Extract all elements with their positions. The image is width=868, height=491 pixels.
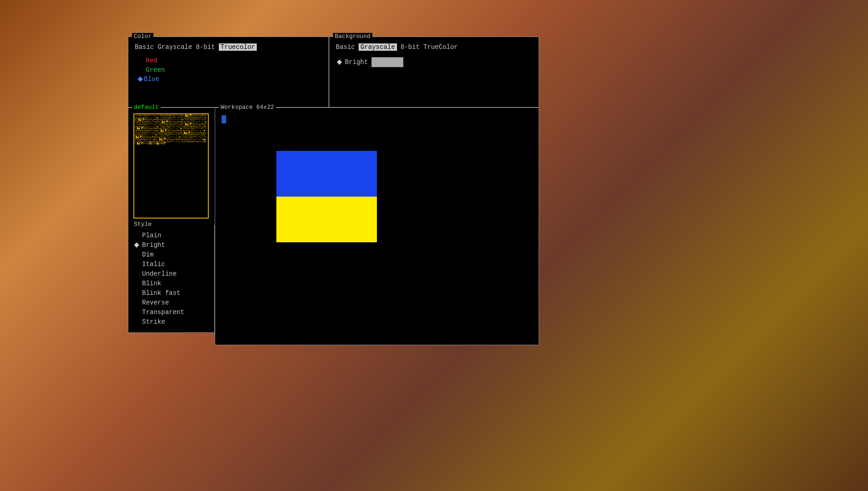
style-bright-label: Bright (142, 241, 165, 249)
style-blinkfast-label: Blink fast (142, 289, 180, 297)
style-plain-label: Plain (142, 232, 161, 239)
style-italic-label: Italic (142, 261, 165, 268)
style-dim-label: Dim (142, 251, 153, 258)
workspace-panel: Workspace 64x22 (215, 107, 539, 345)
bg-tab-basic[interactable]: Basic (336, 43, 355, 51)
bright-label: Bright (345, 59, 368, 66)
style-blink-fast[interactable]: Blink fast (135, 289, 208, 297)
color-tab-8bit[interactable]: 8-bit (196, 43, 215, 51)
blue-selected-diamond (138, 77, 143, 82)
color-red[interactable]: Red (138, 57, 322, 64)
color-tab-grayscale[interactable]: Grayscale (158, 43, 192, 51)
default-panel: default ─|┤╡╢╖╕╣║╗╝╜╛┐└┴┬├─┼╞╟╚╔╩╦╠═╬╧╨╤… (128, 107, 215, 225)
pixel-art-chars: ─|┤╡╢╖╕╣║╗╝╜╛┐└┴┬├─┼╞╟╚╔╩╦╠═╬╧╨╤╥╙╘╒╓╫╪┘… (134, 114, 208, 218)
color-blue[interactable]: Blue (138, 75, 322, 83)
style-transparent-label: Transparent (142, 309, 184, 316)
style-plain[interactable]: Plain (135, 231, 208, 240)
style-italic[interactable]: Italic (135, 260, 208, 268)
flag-yellow (276, 197, 377, 242)
style-reverse[interactable]: Reverse (135, 299, 208, 307)
style-panel: Style Plain Bright Dim (128, 225, 215, 333)
bg-panel: Background Basic Grayscale 8-bit TrueCol… (329, 37, 539, 107)
style-panel-title: Style (132, 221, 153, 228)
default-panel-title: default (132, 104, 161, 111)
color-list: Red Green Blue (135, 57, 322, 83)
style-blink-label: Blink (142, 280, 161, 287)
workspace-cursor (222, 115, 226, 123)
pixel-art-preview: ─|┤╡╢╖╕╣║╗╝╜╛┐└┴┬├─┼╞╟╚╔╩╦╠═╬╧╨╤╥╙╘╒╓╫╪┘… (133, 113, 209, 219)
bg-tab-8bit[interactable]: 8-bit (401, 43, 420, 51)
main-container: Color Basic Grayscale 8-bit Truecolor Re… (128, 37, 539, 345)
bg-tab-grayscale[interactable]: Grayscale (359, 43, 397, 51)
color-tab-row: Basic Grayscale 8-bit Truecolor (135, 43, 322, 51)
color-panel: Color Basic Grayscale 8-bit Truecolor Re… (128, 37, 329, 107)
flag-container (276, 151, 377, 242)
color-panel-title: Color (132, 33, 153, 40)
flag-blue (276, 151, 377, 197)
bright-row: Bright (336, 57, 532, 67)
bg-tab-row: Basic Grayscale 8-bit TrueColor (336, 43, 532, 51)
bg-panel-title: Background (333, 33, 372, 40)
style-reverse-label: Reverse (142, 299, 169, 306)
top-row: Color Basic Grayscale 8-bit Truecolor Re… (128, 37, 539, 107)
style-bright[interactable]: Bright (135, 241, 208, 249)
workspace-content[interactable] (222, 114, 532, 338)
left-column: default ─|┤╡╢╖╕╣║╗╝╜╛┐└┴┬├─┼╞╟╚╔╩╦╠═╬╧╨╤… (128, 107, 215, 345)
bright-indicator (134, 242, 139, 247)
style-underline[interactable]: Underline (135, 270, 208, 278)
bottom-row: default ─|┤╡╢╖╕╣║╗╝╜╛┐└┴┬├─┼╞╟╚╔╩╦╠═╬╧╨╤… (128, 107, 539, 345)
workspace-title: Workspace 64x22 (219, 104, 276, 111)
style-blink[interactable]: Blink (135, 279, 208, 288)
color-tab-truecolor[interactable]: Truecolor (219, 43, 257, 51)
style-underline-label: Underline (142, 270, 177, 278)
style-strike-label: Strike (142, 318, 165, 326)
style-strike[interactable]: Strike (135, 318, 208, 326)
color-green[interactable]: Green (138, 66, 322, 74)
bright-swatch[interactable] (371, 57, 403, 67)
color-tab-basic[interactable]: Basic (135, 43, 154, 51)
bg-tab-truecolor[interactable]: TrueColor (423, 43, 458, 51)
style-list: Plain Bright Dim Italic (135, 231, 208, 326)
style-dim[interactable]: Dim (135, 251, 208, 259)
style-transparent[interactable]: Transparent (135, 308, 208, 316)
preview-canvas: ─|┤╡╢╖╕╣║╗╝╜╛┐└┴┬├─┼╞╟╚╔╩╦╠═╬╧╨╤╥╙╘╒╓╫╪┘… (130, 112, 212, 221)
bright-diamond (337, 59, 342, 64)
